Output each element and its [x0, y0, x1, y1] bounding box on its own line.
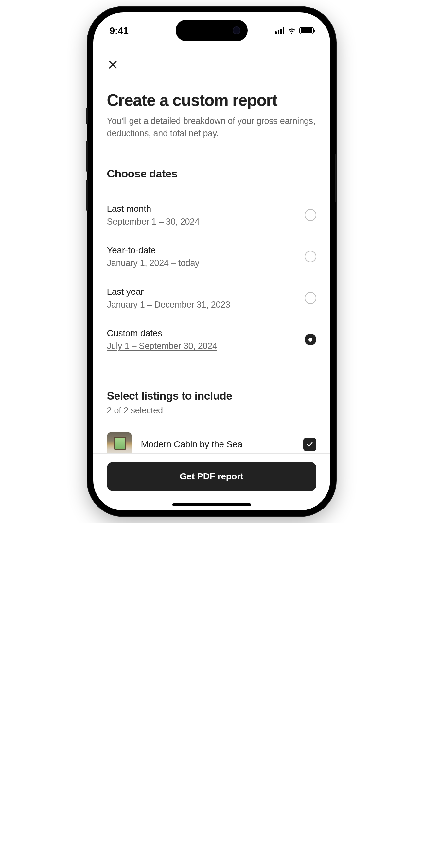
- radio-checked[interactable]: [305, 334, 316, 345]
- battery-icon: [299, 27, 314, 34]
- radio-unchecked[interactable]: [305, 251, 316, 262]
- screen: 9:41 Create a custom report You': [93, 12, 330, 510]
- footer: Get PDF report: [93, 453, 330, 510]
- date-option-custom[interactable]: Custom dates July 1 – September 30, 2024: [107, 319, 316, 361]
- date-option-label: Last year: [107, 287, 305, 297]
- dynamic-island: [176, 20, 248, 41]
- date-option-range: January 1 – December 31, 2023: [107, 300, 305, 310]
- power-button: [335, 154, 337, 203]
- date-option-range: January 1, 2024 – today: [107, 258, 305, 268]
- status-icons: [275, 27, 314, 34]
- close-icon: [108, 60, 117, 69]
- listings-selected-count: 2 of 2 selected: [107, 406, 316, 416]
- get-pdf-report-button[interactable]: Get PDF report: [107, 462, 316, 491]
- date-option-last-year[interactable]: Last year January 1 – December 31, 2023: [107, 277, 316, 319]
- front-camera: [233, 27, 241, 34]
- status-time: 9:41: [110, 25, 129, 36]
- volume-down-button: [86, 180, 88, 211]
- side-button: [86, 108, 88, 124]
- date-option-label: Year-to-date: [107, 245, 305, 255]
- listings-section-title: Select listings to include: [107, 390, 316, 402]
- cellular-signal-icon: [275, 27, 284, 34]
- radio-unchecked[interactable]: [305, 292, 316, 304]
- page-title: Create a custom report: [107, 91, 316, 110]
- date-option-year-to-date[interactable]: Year-to-date January 1, 2024 – today: [107, 236, 316, 277]
- checkmark-icon: [306, 441, 313, 448]
- radio-unchecked[interactable]: [305, 209, 316, 221]
- date-option-label: Custom dates: [107, 328, 305, 339]
- page-subtitle: You'll get a detailed breakdown of your …: [107, 115, 316, 140]
- custom-date-range-link[interactable]: July 1 – September 30, 2024: [107, 341, 305, 351]
- close-button[interactable]: [106, 58, 119, 71]
- date-option-label: Last month: [107, 204, 305, 214]
- dates-section-title: Choose dates: [107, 167, 316, 180]
- listing-thumbnail: [107, 432, 132, 453]
- date-options-group: Last month September 1 – 30, 2024 Year-t…: [107, 194, 316, 361]
- listing-row[interactable]: Modern Cabin by the Sea: [107, 430, 316, 453]
- section-divider: [107, 371, 316, 371]
- date-option-last-month[interactable]: Last month September 1 – 30, 2024: [107, 194, 316, 236]
- listing-name: Modern Cabin by the Sea: [141, 439, 294, 450]
- checkbox-checked[interactable]: [303, 438, 316, 451]
- date-option-range: September 1 – 30, 2024: [107, 217, 305, 227]
- home-indicator[interactable]: [172, 503, 251, 506]
- phone-frame: 9:41 Create a custom report You': [87, 6, 336, 516]
- main-content: Create a custom report You'll get a deta…: [93, 45, 330, 453]
- volume-up-button: [86, 141, 88, 172]
- wifi-icon: [287, 27, 296, 34]
